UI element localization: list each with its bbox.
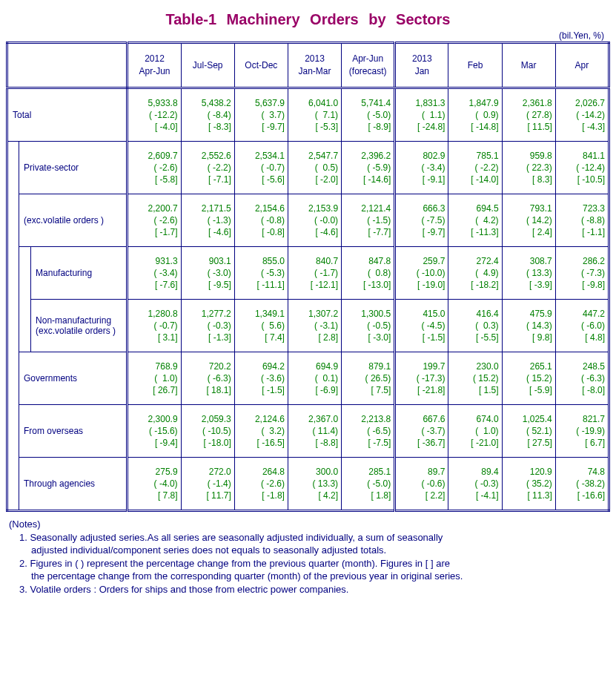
data-table: 2012 Apr-Jun Jul-Sep Oct-Dec 2013 Jan-Ma… [6, 42, 610, 512]
table-row: Manufacturing931.3 ( -3.4) [ -7.6]903.1 … [7, 247, 609, 300]
row-label: Governments [19, 352, 127, 405]
data-cell: 447.2 ( -6.0) [ 4.8] [555, 300, 609, 352]
data-cell: 5,637.9 ( 3.7) [ -9.7] [234, 88, 288, 142]
data-cell: 300.0 ( 13.3) [ 4.2] [288, 458, 341, 511]
data-cell: 285.1 ( -5.0) [ 1.8] [342, 458, 395, 511]
note-2b: the percentage change from the correspon… [31, 570, 610, 583]
col-m2: Feb [448, 43, 502, 88]
indent-spacer-2 [19, 247, 31, 352]
row-label: Manufacturing [31, 247, 127, 300]
data-cell: 265.1 ( 15.2) [ -5.9] [502, 352, 555, 405]
data-cell: 1,831.3 ( 1.1) [ -24.8] [395, 88, 448, 142]
page-title: Table-1 Machinery Orders by Sectors [6, 11, 610, 28]
data-cell: 694.9 ( 0.1) [ -6.9] [288, 352, 341, 405]
data-cell: 2,300.9 ( -15.6) [ -9.4] [127, 405, 181, 458]
row-label: Private-sector [19, 142, 127, 194]
data-cell: 248.5 ( -6.3) [ -8.0] [555, 352, 609, 405]
data-cell: 1,025.4 ( 52.1) [ 27.5] [502, 405, 555, 458]
data-cell: 931.3 ( -3.4) [ -7.6] [127, 247, 181, 300]
data-cell: 2,609.7 ( -2.6) [ -5.8] [127, 142, 181, 194]
data-cell: 1,300.5 ( -0.5) [ -3.0] [342, 300, 395, 352]
data-cell: 802.9 ( -3.4) [ -9.1] [395, 142, 448, 194]
data-cell: 2,026.7 ( -14.2) [ -4.3] [555, 88, 609, 142]
data-cell: 959.8 ( 22.3) [ 8.3] [502, 142, 555, 194]
data-cell: 272.0 ( -1.4) [ 11.7] [181, 458, 234, 511]
data-cell: 1,349.1 ( 5.6) [ 7.4] [234, 300, 288, 352]
table-row: (exc.volatile orders )2,200.7 ( -2.6) [ … [7, 194, 609, 247]
data-cell: 667.6 ( -3.7) [ -36.7] [395, 405, 448, 458]
col-m3: Mar [502, 43, 555, 88]
table-row: Private-sector2,609.7 ( -2.6) [ -5.8]2,5… [7, 142, 609, 194]
data-cell: 2,534.1 ( -0.7) [ -5.6] [234, 142, 288, 194]
col-m4: Apr [555, 43, 609, 88]
col-q1: 2012 Apr-Jun [127, 43, 181, 88]
data-cell: 475.9 ( 14.3) [ 9.8] [502, 300, 555, 352]
table-row: Total5,933.8 ( -12.2) [ -4.0]5,438.2 ( -… [7, 88, 609, 142]
data-cell: 821.7 ( -19.9) [ 6.7] [555, 405, 609, 458]
data-cell: 2,154.6 ( -0.8) [ -0.8] [234, 194, 288, 247]
data-cell: 74.8 ( -38.2) [ -16.6] [555, 458, 609, 511]
row-label: Non-manufacturing (exc.volatile orders ) [31, 300, 127, 352]
data-cell: 275.9 ( -4.0) [ 7.8] [127, 458, 181, 511]
data-cell: 847.8 ( 0.8) [ -13.0] [342, 247, 395, 300]
data-cell: 286.2 ( -7.3) [ -9.8] [555, 247, 609, 300]
data-cell: 666.3 ( -7.5) [ -9.7] [395, 194, 448, 247]
data-cell: 308.7 ( 13.3) [ -3.9] [502, 247, 555, 300]
table-row: From overseas2,300.9 ( -15.6) [ -9.4]2,0… [7, 405, 609, 458]
col-q4: 2013 Jan-Mar [288, 43, 341, 88]
table-row: Non-manufacturing (exc.volatile orders )… [7, 300, 609, 352]
data-cell: 2,124.6 ( 3.2) [ -16.5] [234, 405, 288, 458]
data-cell: 5,438.2 ( -8.4) [ -8.3] [181, 88, 234, 142]
data-cell: 2,121.4 ( -1.5) [ -7.7] [342, 194, 395, 247]
data-cell: 1,280.8 ( -0.7) [ 3.1] [127, 300, 181, 352]
data-cell: 694.5 ( 4.2) [ -11.3] [448, 194, 502, 247]
data-cell: 6,041.0 ( 7.1) [ -5.3] [288, 88, 341, 142]
data-cell: 120.9 ( 35.2) [ 11.3] [502, 458, 555, 511]
data-cell: 230.0 ( 15.2) [ 1.5] [448, 352, 502, 405]
table-row: Governments768.9 ( 1.0) [ 26.7]720.2 ( -… [7, 352, 609, 405]
data-cell: 2,059.3 ( -10.5) [ -18.0] [181, 405, 234, 458]
data-cell: 2,153.9 ( -0.0) [ -4.6] [288, 194, 341, 247]
data-cell: 720.2 ( -6.3) [ 18.1] [181, 352, 234, 405]
data-cell: 879.1 ( 26.5) [ 7.5] [342, 352, 395, 405]
data-cell: 793.1 ( 14.2) [ 2.4] [502, 194, 555, 247]
row-label: Through agencies [19, 458, 127, 511]
table-row: Through agencies275.9 ( -4.0) [ 7.8]272.… [7, 458, 609, 511]
col-q5: Apr-Jun (forecast) [342, 43, 395, 88]
col-q3: Oct-Dec [234, 43, 288, 88]
data-cell: 1,307.2 ( -3.1) [ 2.8] [288, 300, 341, 352]
data-cell: 694.2 ( -3.6) [ -1.5] [234, 352, 288, 405]
row-label: From overseas [19, 405, 127, 458]
notes-head: (Notes) [9, 518, 610, 531]
data-cell: 89.4 ( -0.3) [ -4.1] [448, 458, 502, 511]
data-cell: 1,277.2 ( -0.3) [ -1.3] [181, 300, 234, 352]
data-cell: 89.7 ( -0.6) [ 2.2] [395, 458, 448, 511]
data-cell: 415.0 ( -4.5) [ -1.5] [395, 300, 448, 352]
data-cell: 272.4 ( 4.9) [ -18.2] [448, 247, 502, 300]
table-header-row: 2012 Apr-Jun Jul-Sep Oct-Dec 2013 Jan-Ma… [7, 43, 609, 88]
data-cell: 840.7 ( -1.7) [ -12.1] [288, 247, 341, 300]
data-cell: 416.4 ( 0.3) [ -5.5] [448, 300, 502, 352]
data-cell: 2,171.5 ( -1.3) [ -4.6] [181, 194, 234, 247]
data-cell: 785.1 ( -2.2) [ -14.0] [448, 142, 502, 194]
data-cell: 5,933.8 ( -12.2) [ -4.0] [127, 88, 181, 142]
note-3: 3. Volatile orders : Orders for ships an… [19, 583, 610, 596]
data-cell: 855.0 ( -5.3) [ -11.1] [234, 247, 288, 300]
data-cell: 2,213.8 ( -6.5) [ -7.5] [342, 405, 395, 458]
indent-spacer-1 [7, 142, 19, 511]
data-cell: 903.1 ( -3.0) [ -9.5] [181, 247, 234, 300]
col-m1: 2013 Jan [395, 43, 448, 88]
row-label: (exc.volatile orders ) [19, 194, 127, 247]
data-cell: 2,547.7 ( 0.5) [ -2.0] [288, 142, 341, 194]
data-cell: 1,847.9 ( 0.9) [ -14.8] [448, 88, 502, 142]
note-1a: 1. Seasonally adjusted series.As all ser… [19, 531, 610, 544]
data-cell: 2,552.6 ( -2.2) [ -7.1] [181, 142, 234, 194]
data-cell: 2,367.0 ( 11.4) [ -8.8] [288, 405, 341, 458]
data-cell: 723.3 ( -8.8) [ -1.1] [555, 194, 609, 247]
unit-label: (bil.Yen, %) [6, 30, 604, 41]
data-cell: 259.7 ( -10.0) [ -19.0] [395, 247, 448, 300]
data-cell: 264.8 ( -2.6) [ -1.8] [234, 458, 288, 511]
data-cell: 2,361.8 ( 27.8) [ 11.5] [502, 88, 555, 142]
data-cell: 841.1 ( -12.4) [ -10.5] [555, 142, 609, 194]
col-q2: Jul-Sep [181, 43, 234, 88]
